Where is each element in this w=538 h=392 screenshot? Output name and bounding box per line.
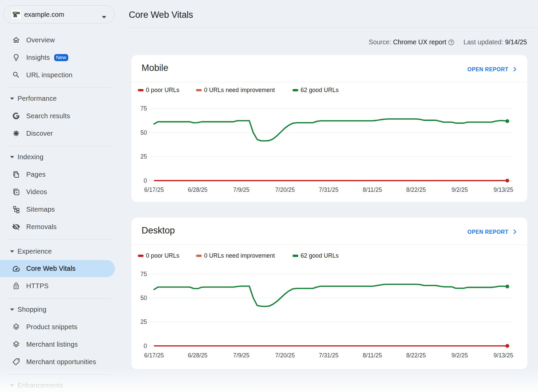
svg-text:6/28/25: 6/28/25 (188, 186, 207, 193)
svg-text:7/20/25: 7/20/25 (275, 352, 295, 359)
svg-text:0: 0 (144, 343, 147, 349)
svg-text:25: 25 (141, 153, 147, 160)
svg-text:7/31/25: 7/31/25 (319, 186, 338, 193)
svg-text:7/20/25: 7/20/25 (275, 186, 295, 193)
svg-text:8/11/25: 8/11/25 (363, 186, 382, 193)
svg-text:6/28/25: 6/28/25 (188, 352, 207, 359)
svg-text:9/2/25: 9/2/25 (452, 186, 468, 193)
svg-text:9/13/25: 9/13/25 (494, 352, 513, 359)
svg-text:75: 75 (141, 271, 147, 277)
svg-text:50: 50 (141, 129, 147, 136)
svg-text:7/31/25: 7/31/25 (319, 352, 338, 359)
svg-text:75: 75 (141, 105, 147, 112)
svg-text:7/9/25: 7/9/25 (233, 352, 249, 359)
svg-text:6/17/25: 6/17/25 (144, 352, 164, 359)
svg-text:50: 50 (141, 295, 147, 301)
svg-text:9/2/25: 9/2/25 (452, 352, 468, 359)
svg-text:25: 25 (141, 318, 147, 325)
svg-text:7/9/25: 7/9/25 (233, 186, 249, 193)
svg-text:0: 0 (144, 177, 147, 184)
svg-text:6/17/25: 6/17/25 (144, 186, 164, 193)
svg-text:8/22/25: 8/22/25 (406, 352, 426, 359)
svg-text:9/13/25: 9/13/25 (494, 186, 513, 193)
svg-text:8/22/25: 8/22/25 (406, 186, 426, 193)
svg-text:8/11/25: 8/11/25 (363, 352, 382, 359)
